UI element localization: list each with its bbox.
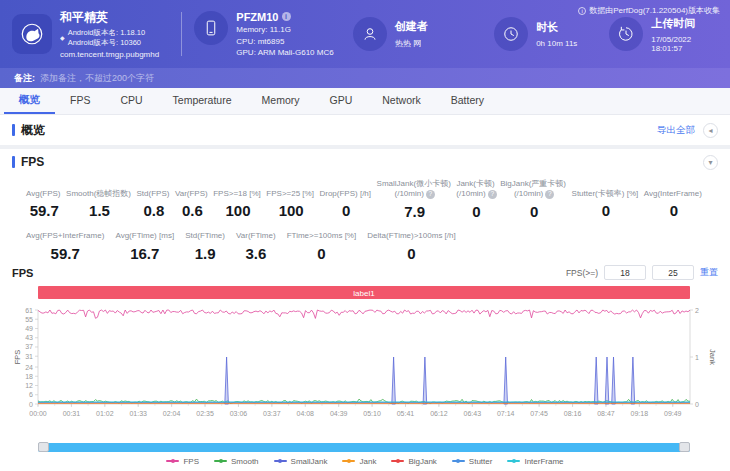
svg-text:49: 49: [25, 325, 33, 332]
device-gpu: GPU: ARM Mali-G610 MC6: [236, 48, 333, 57]
svg-text:12: 12: [25, 382, 33, 389]
fps-threshold-input-1[interactable]: [604, 265, 646, 280]
legend-item-stutter[interactable]: Stutter: [452, 457, 493, 466]
tab[interactable]: CPU: [105, 88, 157, 114]
fps-threshold-input-2[interactable]: [652, 265, 694, 280]
stat-cell: Stutter(卡顿率) [%] 0: [572, 179, 641, 220]
stat-value: 0: [644, 202, 704, 219]
svg-text:02:04: 02:04: [163, 410, 181, 417]
svg-text:08:16: 08:16: [564, 410, 582, 417]
legend-item-interframe[interactable]: InterFrame: [507, 457, 563, 466]
duration-block: 时长 0h 10m 11s: [494, 17, 609, 51]
stat-cell: Avg(FPS+InterFrame) 59.7: [26, 222, 104, 262]
app-version-code: Android版本号: 10360: [68, 38, 146, 48]
svg-text:03:06: 03:06: [230, 410, 248, 417]
upload-value: 17/05/2022 18:01:57: [651, 35, 718, 53]
fps-section-header: FPS ▾: [0, 149, 730, 175]
tab[interactable]: GPU: [314, 88, 367, 114]
info-icon[interactable]: ?: [426, 190, 435, 199]
stat-value: 1.9: [185, 245, 225, 262]
stat-value: 0: [572, 202, 641, 219]
stat-value: 100: [266, 202, 316, 219]
stat-value: 0: [287, 245, 357, 262]
legend-item-bigjank[interactable]: BigJank: [391, 457, 436, 466]
legend-label: Smooth: [231, 457, 259, 466]
app-version-name: Android版本名: 1.18.10: [68, 28, 146, 38]
device-cpu: CPU: mt6895: [236, 37, 333, 46]
note-label: 备注:: [14, 72, 35, 85]
stat-cell: BigJank(严重卡顿) (/10min)? 0: [500, 179, 568, 220]
svg-text:03:37: 03:37: [263, 410, 281, 417]
tab[interactable]: Battery: [436, 88, 499, 114]
svg-text:01:02: 01:02: [96, 410, 114, 417]
legend-item-fps[interactable]: FPS: [166, 457, 199, 466]
creator-value: 热热 网: [395, 38, 428, 49]
slider-handle-right[interactable]: [679, 442, 690, 452]
svg-text:09:49: 09:49: [664, 410, 682, 417]
svg-text:02:35: 02:35: [196, 410, 214, 417]
history-clock-icon: [609, 17, 643, 51]
tab[interactable]: Network: [367, 88, 436, 114]
stat-value: 59.7: [26, 245, 104, 262]
stat-cell: Std(FTime) 1.9: [185, 222, 225, 262]
fps-threshold-label: FPS(>=): [566, 268, 598, 278]
svg-text:31: 31: [25, 353, 33, 360]
svg-text:Jank: Jank: [708, 349, 717, 365]
stat-cell: Smooth(稳帧指数) ? 1.5: [66, 179, 133, 220]
svg-text:06:12: 06:12: [430, 410, 448, 417]
stat-value: 0: [367, 245, 455, 262]
svg-text:06:43: 06:43: [464, 410, 482, 417]
fps-title: FPS: [12, 155, 44, 169]
svg-text:05:10: 05:10: [363, 410, 381, 417]
note-bar[interactable]: 备注: 添加备注，不超过200个字符: [0, 68, 730, 88]
svg-text:04:08: 04:08: [297, 410, 315, 417]
legend-item-smooth[interactable]: Smooth: [214, 457, 259, 466]
creator-block: 创建者 热热 网: [353, 17, 494, 51]
app-package: com.tencent.tmgp.pubgmhd: [60, 50, 169, 59]
svg-text:05:41: 05:41: [397, 410, 415, 417]
tab[interactable]: Memory: [247, 88, 315, 114]
phone-icon: [194, 11, 228, 45]
slider-handle-left[interactable]: [38, 442, 49, 452]
duration-value: 0h 10m 11s: [536, 39, 577, 48]
svg-text:07:14: 07:14: [497, 410, 515, 417]
stat-value: 16.7: [115, 245, 174, 262]
header: 和平精英 ◆ Android版本名: 1.18.10 Android版本号: 1…: [0, 0, 730, 68]
legend-marker-icon: [452, 460, 465, 462]
info-icon[interactable]: ?: [545, 190, 554, 199]
app-info: 和平精英 ◆ Android版本名: 1.18.10 Android版本号: 1…: [60, 9, 169, 60]
svg-text:label1: label1: [353, 288, 375, 297]
collapse-overview-button[interactable]: ◂: [703, 123, 718, 138]
tab[interactable]: FPS: [55, 88, 105, 114]
svg-text:43: 43: [25, 334, 33, 341]
device-info-icon[interactable]: i: [282, 12, 291, 21]
overview-section-header: 概览 导出全部 ◂: [0, 115, 730, 145]
tab-bar: 概览 FPS CPU Temperature Memory GPU Networ…: [0, 88, 730, 115]
info-icon[interactable]: ?: [488, 190, 497, 199]
stat-value: 0.8: [137, 202, 172, 219]
upload-time-block: 上传时间 17/05/2022 18:01:57: [609, 16, 718, 53]
stat-value: 59.7: [26, 202, 63, 219]
tab[interactable]: Temperature: [158, 88, 247, 114]
svg-text:37: 37: [25, 343, 33, 350]
svg-text:0: 0: [695, 400, 699, 407]
legend-label: SmallJank: [291, 457, 328, 466]
tab[interactable]: 概览: [4, 88, 55, 114]
stat-cell: Avg(FPS) 59.7: [26, 179, 63, 220]
export-all-link[interactable]: 导出全部: [657, 124, 695, 137]
reset-link[interactable]: 重置: [700, 266, 718, 279]
svg-text:08:47: 08:47: [597, 410, 615, 417]
collapse-fps-button[interactable]: ▾: [703, 155, 718, 170]
fps-card: FPS ▾ Avg(FPS) 59.7 Smooth(稳帧: [0, 149, 730, 471]
legend-label: InterFrame: [524, 457, 563, 466]
legend-item-jank[interactable]: Jank: [342, 457, 376, 466]
stat-cell: SmallJank(微小卡顿) (/10min)? 7.9: [377, 179, 453, 220]
chart-title: FPS: [12, 267, 33, 279]
svg-text:01:33: 01:33: [129, 410, 147, 417]
svg-text:1: 1: [695, 353, 699, 360]
legend-label: BigJank: [408, 457, 436, 466]
app-logo-icon: [12, 14, 52, 54]
stat-value: 0.6: [175, 202, 210, 219]
legend-item-smalljank[interactable]: SmallJank: [274, 457, 328, 466]
chart-range-slider[interactable]: [38, 443, 690, 452]
